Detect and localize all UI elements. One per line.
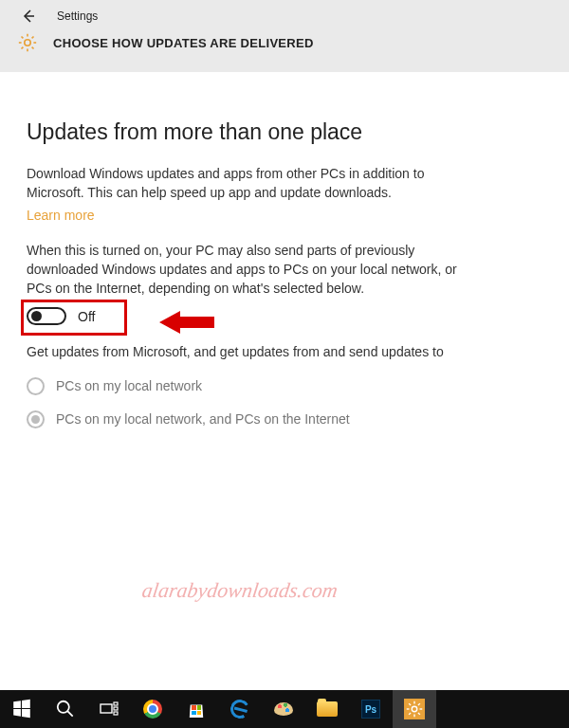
svg-rect-12 (101, 704, 112, 713)
taskbar: Ps (0, 690, 569, 728)
explanation-paragraph: When this is turned on, your PC may also… (27, 241, 467, 299)
page-subtitle: CHOOSE HOW UPDATES ARE DELIVERED (53, 36, 314, 50)
radio-option-local[interactable]: PCs on my local network (27, 377, 467, 395)
svg-rect-13 (114, 702, 118, 705)
search-icon (55, 699, 76, 719)
task-view-icon (99, 699, 119, 719)
radio-button[interactable] (27, 377, 45, 395)
page-heading: Updates from more than one place (27, 119, 467, 145)
svg-point-10 (58, 701, 69, 713)
svg-line-5 (21, 36, 23, 38)
svg-point-0 (25, 40, 30, 46)
edge-app[interactable] (218, 690, 262, 728)
radio-label: PCs on my local network, and PCs on the … (56, 411, 350, 427)
header-bar: Settings CHOOSE HOW UPDATES ARE DELIVERE… (0, 0, 569, 72)
file-explorer-app[interactable] (305, 690, 349, 728)
chrome-app[interactable] (131, 690, 174, 728)
task-view-button[interactable] (87, 690, 131, 728)
settings-gear-icon (404, 699, 425, 719)
svg-line-8 (32, 36, 34, 38)
learn-more-link[interactable]: Learn more (27, 208, 95, 223)
paint-app[interactable] (262, 690, 305, 728)
source-paragraph: Get updates from Microsoft, and get upda… (27, 342, 467, 361)
windows-start-icon (11, 699, 32, 719)
svg-rect-15 (114, 712, 118, 715)
back-arrow-icon (21, 9, 36, 24)
radio-button[interactable] (27, 410, 45, 428)
search-button[interactable] (44, 690, 87, 728)
radio-label: PCs on my local network (56, 378, 202, 393)
content-area: Updates from more than one place Downloa… (0, 72, 493, 428)
folder-icon (317, 701, 338, 717)
svg-rect-14 (114, 707, 118, 710)
delivery-toggle[interactable] (27, 307, 66, 325)
back-button[interactable] (17, 5, 40, 27)
photoshop-icon: Ps (361, 700, 380, 719)
photoshop-app[interactable]: Ps (349, 690, 393, 728)
svg-line-11 (67, 711, 73, 717)
annotation-arrow-icon (159, 309, 216, 336)
svg-marker-9 (159, 311, 214, 334)
intro-paragraph: Download Windows updates and apps from o… (27, 164, 467, 203)
radio-option-internet[interactable]: PCs on my local network, and PCs on the … (27, 410, 467, 428)
toggle-knob (31, 311, 42, 321)
edge-icon (229, 698, 251, 720)
settings-app[interactable] (393, 690, 436, 728)
store-app[interactable] (174, 690, 218, 728)
svg-line-7 (21, 47, 23, 49)
app-label: Settings (57, 9, 98, 23)
chrome-icon (143, 700, 162, 719)
paint-icon (274, 702, 293, 716)
start-button[interactable] (0, 690, 44, 728)
store-icon (188, 701, 205, 718)
gear-icon (17, 32, 38, 53)
toggle-state-label: Off (78, 309, 95, 324)
svg-line-6 (32, 47, 34, 49)
watermark-text: alarabydownloads.com (140, 578, 340, 603)
